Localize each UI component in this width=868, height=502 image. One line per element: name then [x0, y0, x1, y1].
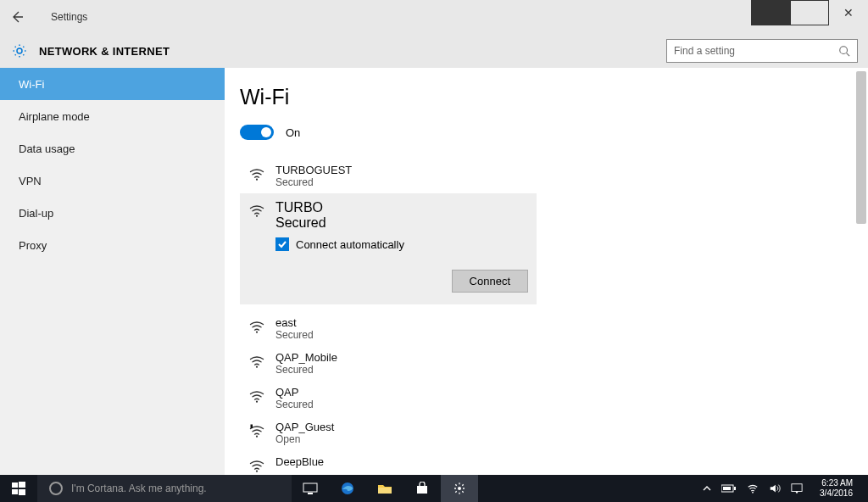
network-item-expanded[interactable]: TURBO Secured Connect automatically Conn… — [240, 193, 537, 304]
network-item[interactable]: QAP_Guest Open — [240, 416, 537, 450]
sidebar: Wi-Fi Airplane mode Data usage VPN Dial-… — [0, 68, 225, 475]
svg-rect-13 — [303, 483, 317, 492]
search-placeholder: Find a setting — [674, 45, 735, 57]
task-view-button[interactable] — [292, 475, 329, 502]
taskbar-app-file-explorer[interactable] — [366, 475, 403, 502]
wifi-toggle-label: On — [286, 126, 300, 139]
svg-rect-23 — [792, 484, 802, 492]
svg-rect-11 — [12, 489, 18, 494]
svg-point-6 — [256, 401, 258, 403]
start-button[interactable] — [0, 475, 37, 502]
gear-icon — [453, 482, 466, 495]
sidebar-item-label: VPN — [19, 175, 42, 187]
wifi-secured-icon — [248, 202, 265, 219]
windows-logo-icon — [12, 482, 25, 495]
cortana-ring-icon — [49, 482, 63, 495]
close-icon: ✕ — [843, 6, 854, 20]
wifi-secured-icon — [248, 457, 265, 474]
svg-rect-17 — [417, 486, 427, 494]
minimize-icon — [751, 0, 790, 25]
sidebar-item-label: Airplane mode — [19, 110, 90, 123]
svg-rect-14 — [308, 493, 313, 494]
taskbar-app-store[interactable] — [403, 475, 441, 502]
sidebar-item-dial-up[interactable]: Dial-up — [0, 197, 225, 229]
network-name: TURBO — [275, 200, 326, 215]
svg-point-2 — [256, 179, 258, 181]
sidebar-item-proxy[interactable]: Proxy — [0, 229, 225, 261]
wifi-secured-icon — [248, 318, 265, 335]
volume-icon[interactable] — [769, 482, 781, 494]
task-view-icon — [303, 482, 318, 494]
taskbar-app-edge[interactable] — [329, 475, 366, 502]
settings-gear-icon — [0, 43, 39, 59]
sidebar-item-airplane-mode[interactable]: Airplane mode — [0, 100, 225, 132]
network-name: east — [275, 316, 314, 329]
minimize-button[interactable] — [751, 0, 790, 25]
connect-button-label: Connect — [470, 275, 510, 287]
titlebar: Settings ✕ — [0, 0, 868, 34]
svg-point-0 — [840, 47, 848, 54]
svg-point-22 — [752, 492, 754, 494]
search-input[interactable]: Find a setting — [666, 39, 858, 63]
wifi-open-warning-icon — [248, 422, 265, 439]
folder-icon — [377, 482, 392, 494]
network-name: QAP_Mobile — [275, 351, 337, 364]
svg-point-3 — [256, 215, 258, 217]
cortana-placeholder: I'm Cortana. Ask me anything. — [71, 482, 207, 494]
network-security: Secured — [275, 215, 326, 231]
clock-time: 6:23 AM — [820, 478, 853, 488]
network-item[interactable]: QAP_Mobile Secured — [240, 346, 537, 381]
connect-automatically-label: Connect automatically — [296, 238, 404, 251]
svg-point-8 — [256, 471, 258, 472]
sidebar-item-label: Dial-up — [19, 207, 53, 220]
svg-point-5 — [256, 366, 258, 368]
svg-rect-9 — [12, 482, 18, 488]
battery-icon[interactable] — [721, 483, 737, 494]
network-name: QAP_Guest — [275, 421, 334, 433]
category-title: NETWORK & INTERNET — [39, 45, 170, 58]
svg-point-18 — [458, 487, 461, 490]
svg-line-1 — [847, 53, 850, 57]
settings-header: NETWORK & INTERNET Find a setting — [0, 34, 868, 68]
wifi-secured-icon — [248, 388, 265, 404]
action-center-icon[interactable] — [791, 482, 803, 494]
taskbar-clock[interactable]: 6:23 AM 3/4/2016 — [813, 478, 860, 499]
network-security: Secured — [275, 176, 352, 188]
network-item[interactable]: QAP Secured — [240, 381, 537, 416]
tray-chevron-up-icon[interactable] — [703, 484, 711, 493]
wifi-secured-icon — [248, 165, 265, 182]
sidebar-item-label: Data usage — [19, 142, 75, 155]
scrollbar-thumb[interactable] — [856, 71, 866, 224]
svg-point-7 — [256, 436, 258, 438]
network-item[interactable]: DeepBlue — [240, 450, 537, 475]
svg-rect-10 — [19, 482, 25, 488]
maximize-icon — [790, 0, 829, 25]
back-button[interactable] — [0, 0, 34, 34]
sidebar-item-wifi[interactable]: Wi-Fi — [0, 68, 225, 100]
clock-date: 3/4/2016 — [820, 488, 853, 499]
sidebar-item-vpn[interactable]: VPN — [0, 165, 225, 197]
content-pane: Wi-Fi On TURBOGUEST Secured — [225, 68, 868, 475]
network-security: Secured — [275, 399, 314, 410]
connect-automatically-checkbox[interactable] — [275, 237, 289, 251]
wifi-tray-icon[interactable] — [747, 482, 759, 494]
svg-point-4 — [256, 332, 258, 333]
close-button[interactable]: ✕ — [829, 0, 868, 25]
taskbar-app-settings[interactable] — [441, 475, 478, 502]
network-name: QAP — [275, 386, 314, 399]
sidebar-item-label: Proxy — [19, 239, 47, 252]
network-item[interactable]: east Secured — [240, 311, 537, 346]
wifi-secured-icon — [248, 353, 265, 370]
sidebar-item-data-usage[interactable]: Data usage — [0, 132, 225, 165]
svg-rect-16 — [378, 488, 392, 494]
cortana-search[interactable]: I'm Cortana. Ask me anything. — [37, 475, 292, 502]
system-tray: 6:23 AM 3/4/2016 — [694, 478, 868, 499]
store-icon — [415, 482, 429, 495]
network-item[interactable]: TURBOGUEST Secured — [240, 159, 537, 193]
wifi-toggle[interactable] — [240, 125, 274, 140]
toggle-knob — [261, 127, 271, 137]
connect-button[interactable]: Connect — [452, 270, 528, 293]
search-icon — [838, 45, 850, 57]
maximize-button[interactable] — [790, 0, 829, 25]
network-security: Open — [275, 433, 334, 445]
